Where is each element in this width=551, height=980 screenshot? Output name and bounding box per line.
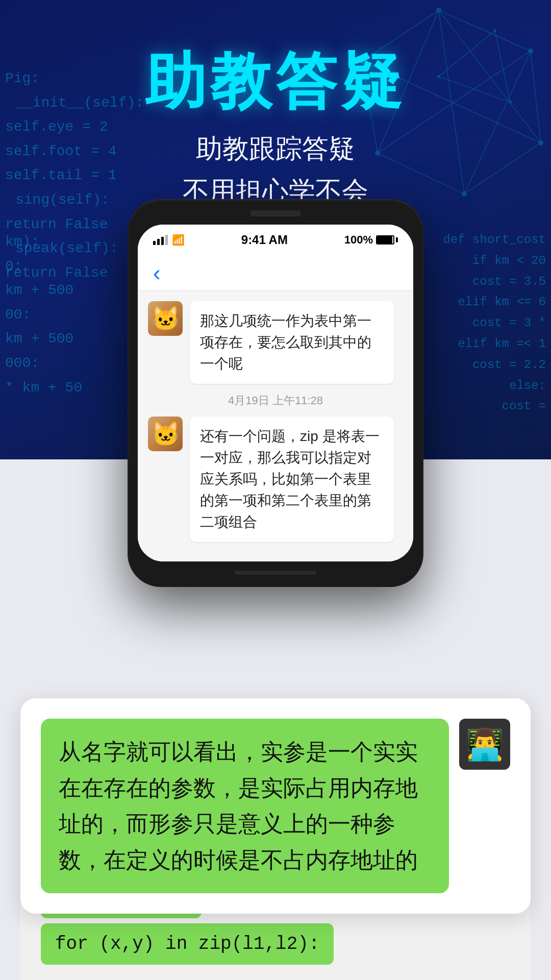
main-title: 助教答疑 bbox=[0, 41, 551, 124]
battery-percent: 100% bbox=[344, 233, 373, 247]
wifi-icon: 📶 bbox=[172, 234, 185, 246]
svg-point-22 bbox=[493, 29, 496, 32]
message-bubble-1: 那这几项统一作为表中第一项存在，要怎么取到其中的一个呢 bbox=[190, 301, 394, 384]
signal-bars-icon bbox=[153, 235, 168, 245]
teacher-message-bubble: 从名字就可以看出，实参是一个实实在在存在的参数，是实际占用内存地址的，而形参只是… bbox=[41, 719, 449, 893]
status-signal: 📶 bbox=[153, 234, 185, 246]
teacher-response-card: 从名字就可以看出，实参是一个实实在在存在的参数，是实际占用内存地址的，而形参只是… bbox=[20, 698, 531, 914]
code-bubble-2: for (x,y) in zip(l1,l2): bbox=[41, 923, 334, 965]
status-bar: 📶 9:41 AM 100% bbox=[138, 225, 413, 255]
user-avatar-1 bbox=[148, 301, 183, 336]
message-bubble-2: 还有一个问题，zip 是将表一一对应，那么我可以指定对应关系吗，比如第一个表里的… bbox=[190, 416, 394, 542]
phone-screen: 📶 9:41 AM 100% ‹ bbox=[138, 225, 413, 561]
back-button[interactable]: ‹ bbox=[148, 260, 166, 286]
phone-mockup: 📶 9:41 AM 100% ‹ bbox=[128, 199, 423, 587]
message-row-1: 那这几项统一作为表中第一项存在，要怎么取到其中的一个呢 bbox=[148, 301, 403, 384]
status-battery: 100% bbox=[344, 233, 398, 247]
time-divider: 4月19日 上午11:28 bbox=[148, 393, 403, 408]
nav-bar: ‹ bbox=[138, 255, 413, 291]
chat-area: 那这几项统一作为表中第一项存在，要怎么取到其中的一个呢 4月19日 上午11:2… bbox=[138, 291, 413, 561]
user-avatar-2 bbox=[148, 416, 183, 451]
message-row-2: 还有一个问题，zip 是将表一一对应，那么我可以指定对应关系吗，比如第一个表里的… bbox=[148, 416, 403, 542]
status-time: 9:41 AM bbox=[241, 233, 288, 247]
battery-icon bbox=[376, 235, 398, 244]
phone-outer-shell: 📶 9:41 AM 100% ‹ bbox=[128, 199, 423, 587]
teacher-avatar: 👨‍💻 bbox=[459, 719, 510, 770]
teacher-response-content: 从名字就可以看出，实参是一个实实在在存在的参数，是实际占用内存地址的，而形参只是… bbox=[41, 719, 510, 893]
